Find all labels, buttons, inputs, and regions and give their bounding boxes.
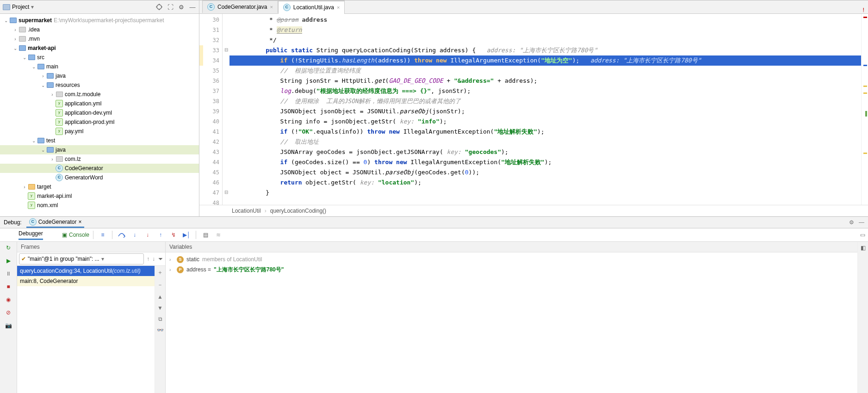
copy-icon[interactable]: ⧉	[158, 316, 162, 322]
locate-icon[interactable]	[155, 3, 163, 11]
chevron-icon[interactable]: ⌄	[40, 147, 46, 153]
tree-node[interactable]: CCodeGenerator	[0, 164, 199, 173]
subtab-console[interactable]: ▣ Console	[62, 232, 89, 238]
frames-list[interactable]: queryLocationCoding:34, LocationUtil (co…	[17, 266, 155, 393]
subtab-debugger[interactable]: Debugger	[19, 230, 43, 240]
tree-node[interactable]: ⌄market-api	[0, 43, 199, 53]
variable-row[interactable]: ›Sstatic members of LocationUtil	[169, 254, 854, 264]
project-tree[interactable]: ⌄ supermarket E:\myWork\supermarket-proj…	[0, 14, 199, 216]
run-to-cursor-icon[interactable]: ▶│	[181, 229, 192, 240]
frame-row[interactable]: queryLocationCoding:34, LocationUtil (co…	[17, 266, 155, 276]
prev-frame-icon[interactable]: ↑	[147, 256, 149, 262]
error-indicator-icon[interactable]: !	[862, 0, 864, 13]
debug-config-tab[interactable]: C CodeGenerator ×	[26, 217, 85, 228]
chevron-icon[interactable]: ›	[12, 27, 19, 32]
breadcrumb[interactable]: LocationUtil › queryLocationCoding()	[199, 205, 868, 216]
resume-icon[interactable]: ▶	[4, 257, 12, 265]
tree-node[interactable]: ynom.xml	[0, 201, 199, 210]
tree-node[interactable]: ›com.lz	[0, 154, 199, 164]
tree-node[interactable]: yapplication-dev.yml	[0, 108, 199, 117]
chevron-icon[interactable]: ›	[21, 184, 28, 190]
tree-root[interactable]: ⌄ supermarket E:\myWork\supermarket-proj…	[0, 16, 199, 25]
tree-node[interactable]: ›java	[0, 71, 199, 80]
tree-node[interactable]: CGeneratorWord	[0, 173, 199, 182]
expand-all-icon[interactable]: ⛶	[167, 3, 174, 11]
trace-icon[interactable]: ≋	[213, 229, 224, 240]
chevron-right-icon[interactable]: ›	[169, 257, 174, 262]
layout-icon[interactable]: ▭	[857, 229, 868, 240]
tree-node[interactable]: ypay.yml	[0, 127, 199, 136]
drop-frame-icon[interactable]: ↯	[168, 229, 179, 240]
variables-list[interactable]: ›Sstatic members of LocationUtil›Paddres…	[166, 252, 857, 393]
breadcrumb-item[interactable]: queryLocationCoding()	[270, 208, 326, 214]
tree-node[interactable]: yapplication-prod.yml	[0, 117, 199, 127]
gear-icon[interactable]: ⚙	[849, 219, 854, 226]
close-icon[interactable]: ×	[270, 4, 273, 10]
view-bp-icon[interactable]: ◉	[4, 295, 12, 304]
chevron-icon[interactable]: ⌄	[40, 83, 46, 88]
current-line[interactable]: if (!StringUtils.hasLength(address)) thr…	[229, 55, 861, 66]
chevron-icon[interactable]: ⌄	[31, 64, 37, 69]
chevron-icon[interactable]: ⌄	[31, 138, 37, 143]
tree-node[interactable]: ⌄test	[0, 136, 199, 145]
chevron-down-icon[interactable]: ⌄	[3, 18, 9, 23]
variable-row[interactable]: ›Paddress = "上海市长宁区长宁路780号"	[169, 264, 854, 275]
tree-node[interactable]: ⌄java	[0, 145, 199, 154]
force-step-into-icon[interactable]: ↓	[142, 229, 153, 240]
frame-row[interactable]: main:8, CodeGenerator	[17, 276, 155, 286]
collapse-icon[interactable]: —	[189, 3, 196, 11]
node-label: src	[37, 54, 44, 61]
tree-node[interactable]: ymarket-api.iml	[0, 191, 199, 201]
mute-bp-icon[interactable]: ⊘	[4, 308, 12, 317]
thread-select-icon[interactable]: ≡	[97, 229, 108, 240]
filter-icon[interactable]: ⏷	[158, 256, 163, 262]
thread-dropdown[interactable]: ✔ "main"@1 in group "main": ... ▾	[19, 253, 144, 264]
chevron-icon[interactable]: ›	[49, 157, 56, 162]
collapse-icon[interactable]: —	[859, 219, 864, 226]
editor-gutter[interactable]: 30313233343536373839404142434445464748	[199, 14, 223, 205]
glasses-icon[interactable]: 👓	[157, 327, 164, 333]
down-icon[interactable]: ▼	[157, 305, 163, 311]
editor-tab[interactable]: CCodeGenerator.java×	[202, 0, 278, 13]
next-frame-icon[interactable]: ↓	[152, 256, 155, 262]
fold-icon[interactable]: ⊟	[224, 47, 228, 52]
editor-tab[interactable]: CLocationUtil.java×	[278, 0, 345, 13]
project-dropdown[interactable]: Project ▾	[3, 4, 153, 10]
rerun-icon[interactable]: ↻	[4, 244, 12, 252]
step-into-icon[interactable]: ↓	[129, 229, 140, 240]
error-stripe[interactable]	[861, 14, 868, 205]
tree-node[interactable]: ⌄resources	[0, 80, 199, 90]
chevron-icon[interactable]: ›	[49, 92, 56, 97]
tree-node[interactable]: ⌄main	[0, 62, 199, 71]
remove-icon[interactable]: －	[157, 281, 163, 289]
breadcrumb-item[interactable]: LocationUtil	[232, 208, 261, 214]
fold-end-icon[interactable]: ⊟	[224, 190, 228, 195]
pause-icon[interactable]: ⏸	[4, 270, 12, 278]
tree-node[interactable]: ›.mvn	[0, 34, 199, 43]
tree-node[interactable]: ›com.lz.module	[0, 90, 199, 99]
code-editor[interactable]: * @param address * @return */ public sta…	[229, 14, 861, 205]
evaluate-icon[interactable]: ▤	[200, 229, 211, 240]
chevron-right-icon[interactable]: ›	[169, 267, 174, 272]
close-icon[interactable]: ×	[78, 219, 81, 225]
tree-node[interactable]: ›target	[0, 182, 199, 191]
chevron-icon[interactable]: ›	[40, 74, 46, 79]
tree-node[interactable]: ›.idea	[0, 25, 199, 34]
gear-icon[interactable]: ⚙	[178, 3, 185, 11]
chevron-icon[interactable]: ⌄	[21, 55, 28, 60]
close-icon[interactable]: ×	[337, 5, 340, 10]
up-icon[interactable]: ▲	[157, 294, 163, 300]
chevron-icon[interactable]: ›	[12, 37, 19, 42]
fold-gutter[interactable]: ⊟⊟	[223, 14, 229, 205]
node-label: pay.yml	[65, 128, 83, 135]
chevron-icon[interactable]: ⌄	[12, 46, 19, 51]
node-icon: y	[56, 100, 63, 107]
stop-icon[interactable]: ■	[4, 282, 12, 291]
tree-node[interactable]: yapplication.yml	[0, 99, 199, 108]
tree-node[interactable]: ⌄src	[0, 53, 199, 62]
restore-layout-icon[interactable]: ◧	[861, 245, 866, 251]
add-icon[interactable]: ＋	[157, 269, 163, 276]
step-over-icon[interactable]	[116, 229, 127, 240]
step-out-icon[interactable]: ↑	[155, 229, 166, 240]
camera-icon[interactable]: 📷	[4, 321, 12, 330]
